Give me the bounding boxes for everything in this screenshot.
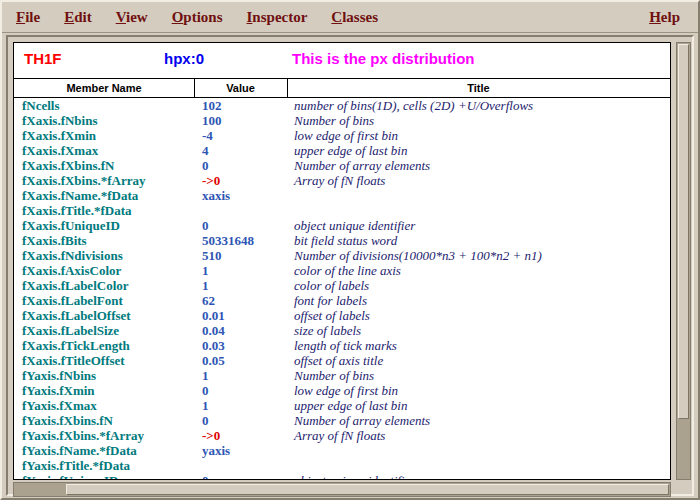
table-row: fXaxis.fXbins.fN0Number of array element… <box>14 158 670 173</box>
horizontal-scrollbar[interactable] <box>13 482 671 497</box>
content-frame: TH1F hpx:0 This is the px distribution M… <box>6 35 694 496</box>
member-name-cell: fXaxis.fAxisColor <box>22 263 121 278</box>
table-row: fXaxis.fBits50331648bit field status wor… <box>14 233 670 248</box>
member-name-cell: fYaxis.fXmax <box>22 398 97 413</box>
table-row: fXaxis.fLabelOffset0.01offset of labels <box>14 308 670 323</box>
table-row: fXaxis.fXmin-4low edge of first bin <box>14 128 670 143</box>
member-name-cell: fYaxis.fNbins <box>22 368 96 383</box>
member-title-cell: font for labels <box>294 293 367 308</box>
member-value-cell: 0 <box>202 383 209 398</box>
member-value-cell[interactable]: ->0 <box>202 173 220 188</box>
member-title-cell: low edge of first bin <box>294 128 398 143</box>
column-separator <box>194 79 195 97</box>
member-name-cell: fYaxis.fName.*fData <box>22 443 137 458</box>
member-value-cell: 0.03 <box>202 338 225 353</box>
object-name: hpx:0 <box>164 50 204 67</box>
object-class-name: TH1F <box>24 50 62 67</box>
menu-item-view[interactable]: View <box>116 9 148 26</box>
member-title-cell: low edge of first bin <box>294 383 398 398</box>
member-value-cell: 50331648 <box>202 233 254 248</box>
table-row: fYaxis.fName.*fDatayaxis <box>14 443 670 458</box>
table-row: fYaxis.fXmax1upper edge of last bin <box>14 398 670 413</box>
table-row: fYaxis.fXmin0low edge of first bin <box>14 383 670 398</box>
member-value-cell: 0.05 <box>202 353 225 368</box>
table-row: fXaxis.fNdivisions510Number of divisions… <box>14 248 670 263</box>
member-value-cell: -4 <box>202 128 213 143</box>
vertical-scrollbar-thumb[interactable] <box>678 44 689 419</box>
menu-item-help[interactable]: Help <box>649 9 684 26</box>
member-value-cell: 510 <box>202 248 222 263</box>
member-name-cell: fXaxis.fTitleOffset <box>22 353 125 368</box>
member-value-cell: 1 <box>202 278 209 293</box>
menu-item-edit[interactable]: Edit <box>64 9 92 26</box>
member-value-cell: 0 <box>202 413 209 428</box>
member-name-cell: fXaxis.fLabelColor <box>22 278 129 293</box>
member-value-cell: 100 <box>202 113 222 128</box>
table-row: fYaxis.fTitle.*fData <box>14 458 670 473</box>
member-value-cell: xaxis <box>202 188 230 203</box>
member-value-cell: 0.04 <box>202 323 225 338</box>
inspector-canvas[interactable]: TH1F hpx:0 This is the px distribution M… <box>13 42 671 480</box>
member-title-cell: color of the line axis <box>294 263 401 278</box>
table-row: fXaxis.fNbins100Number of bins <box>14 113 670 128</box>
member-title-cell: Number of divisions(10000*n3 + 100*n2 + … <box>294 248 542 263</box>
menu-item-classes[interactable]: Classes <box>331 9 378 26</box>
table-row: fXaxis.fLabelColor1color of labels <box>14 278 670 293</box>
member-value-cell: 0 <box>202 158 209 173</box>
column-header-member: Member Name <box>14 82 194 94</box>
member-value-cell: 1 <box>202 398 209 413</box>
member-title-cell: length of tick marks <box>294 338 397 353</box>
member-title-cell: Number of bins <box>294 368 374 383</box>
header-divider <box>14 78 670 79</box>
object-header: TH1F hpx:0 This is the px distribution <box>14 50 670 74</box>
table-row: fXaxis.fLabelSize0.04size of labels <box>14 323 670 338</box>
member-title-cell: offset of labels <box>294 308 370 323</box>
member-title-cell: upper edge of last bin <box>294 143 407 158</box>
member-title-cell: Number of array elements <box>294 413 430 428</box>
table-row: fYaxis.fNbins1Number of bins <box>14 368 670 383</box>
member-value-cell: 102 <box>202 98 222 113</box>
member-title-cell: number of bins(1D), cells (2D) +U/Overfl… <box>294 98 533 113</box>
menu-item-inspector[interactable]: Inspector <box>247 9 308 26</box>
inspector-window: File Edit View Options Inspector Classes… <box>0 0 700 500</box>
member-value-cell: 0 <box>202 473 209 479</box>
table-row: fXaxis.fTitle.*fData <box>14 203 670 218</box>
member-name-cell: fXaxis.fLabelOffset <box>22 308 131 323</box>
column-header-value: Value <box>194 82 287 94</box>
member-name-cell: fYaxis.fUniqueID <box>22 473 118 479</box>
member-name-cell: fXaxis.fUniqueID <box>22 218 120 233</box>
member-value-cell: 0 <box>202 218 209 233</box>
member-rows: fNcells102number of bins(1D), cells (2D)… <box>14 98 670 479</box>
member-name-cell: fXaxis.fXbins.fN <box>22 158 114 173</box>
member-value-cell[interactable]: ->0 <box>202 428 220 443</box>
menu-bar: File Edit View Options Inspector Classes… <box>2 2 698 33</box>
horizontal-scrollbar-thumb[interactable] <box>66 484 669 495</box>
member-name-cell: fXaxis.fLabelFont <box>22 293 123 308</box>
member-name-cell: fYaxis.fXmin <box>22 383 95 398</box>
table-row: fXaxis.fUniqueID0object unique identifie… <box>14 218 670 233</box>
table-row: fXaxis.fName.*fDataxaxis <box>14 188 670 203</box>
member-title-cell: upper edge of last bin <box>294 398 407 413</box>
table-row: fXaxis.fXmax4upper edge of last bin <box>14 143 670 158</box>
member-name-cell: fXaxis.fLabelSize <box>22 323 119 338</box>
vertical-scrollbar[interactable] <box>676 42 691 480</box>
member-title-cell: offset of axis title <box>294 353 383 368</box>
table-row: fXaxis.fTitleOffset0.05offset of axis ti… <box>14 353 670 368</box>
table-row: fYaxis.fXbins.fN0Number of array element… <box>14 413 670 428</box>
member-name-cell: fXaxis.fTickLength <box>22 338 130 353</box>
menu-item-file[interactable]: File <box>16 9 40 26</box>
table-row: fXaxis.fTickLength0.03length of tick mar… <box>14 338 670 353</box>
menu-item-options[interactable]: Options <box>172 9 223 26</box>
member-title-cell: size of labels <box>294 323 361 338</box>
member-name-cell: fXaxis.fXbins.*fArray <box>22 173 146 188</box>
member-title-cell: color of labels <box>294 278 369 293</box>
member-name-cell: fXaxis.fNbins <box>22 113 98 128</box>
table-row: fXaxis.fAxisColor1color of the line axis <box>14 263 670 278</box>
column-header-title: Title <box>287 82 670 94</box>
table-row: fXaxis.fLabelFont62font for labels <box>14 293 670 308</box>
object-title: This is the px distribution <box>292 50 475 67</box>
member-name-cell: fXaxis.fBits <box>22 233 87 248</box>
member-name-cell: fXaxis.fName.*fData <box>22 188 138 203</box>
member-value-cell: 0.01 <box>202 308 225 323</box>
member-name-cell: fNcells <box>22 98 60 113</box>
